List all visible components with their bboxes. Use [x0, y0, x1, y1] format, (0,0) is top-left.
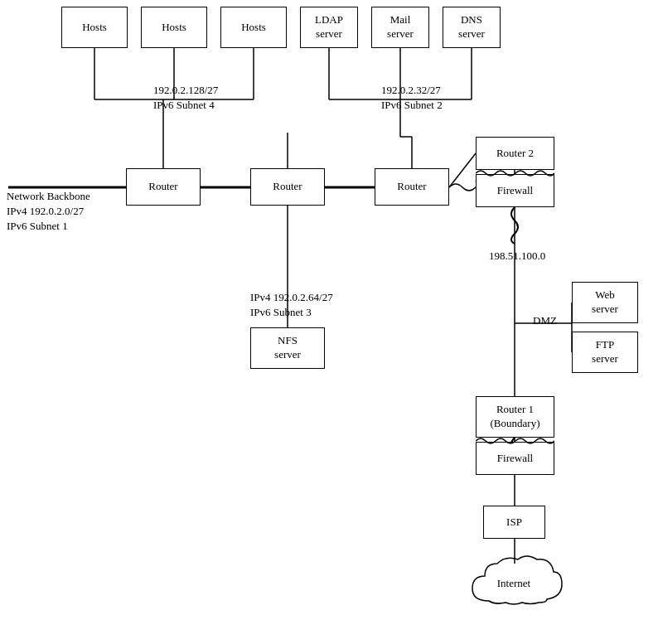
- router1-label: Router 1(Boundary): [491, 403, 540, 431]
- subnet4-label: 192.0.2.128/27IPv6 Subnet 4: [153, 83, 278, 113]
- router-left-box: Router: [126, 168, 201, 206]
- router-right-box: Router: [375, 168, 449, 206]
- router-mid-label: Router: [273, 180, 302, 194]
- firewall-top-box: Firewall: [476, 174, 554, 207]
- subnet2-label: 192.0.2.32/27IPv6 Subnet 2: [381, 83, 497, 113]
- router2-box: Router 2: [476, 137, 554, 170]
- firewall-bot-box: Firewall: [476, 442, 554, 475]
- ldap-box: LDAPserver: [300, 7, 358, 48]
- router-mid-box: Router: [250, 168, 325, 206]
- router2-label: Router 2: [496, 147, 534, 161]
- dmz-ip-label: 198.51.100.0: [489, 249, 572, 264]
- wavy-top: [476, 168, 554, 178]
- hosts1-label: Hosts: [82, 21, 107, 35]
- dns-label: DNSserver: [458, 13, 485, 41]
- ftp-label: FTPserver: [592, 338, 618, 366]
- subnet3-label: IPv4 192.0.2.64/27IPv6 Subnet 3: [250, 290, 383, 320]
- hosts1-box: Hosts: [61, 7, 128, 48]
- mail-box: Mailserver: [371, 7, 429, 48]
- wavy-bot: [476, 436, 554, 446]
- internet-label: Internet: [497, 577, 531, 589]
- mail-label: Mailserver: [387, 13, 414, 41]
- web-label: Webserver: [592, 288, 618, 317]
- hosts2-label: Hosts: [162, 21, 186, 35]
- router-left-label: Router: [148, 180, 177, 194]
- router-right-label: Router: [397, 180, 426, 194]
- ftp-box: FTPserver: [572, 332, 638, 373]
- dmz-label: DMZ: [533, 313, 570, 328]
- isp-label: ISP: [506, 516, 522, 530]
- ldap-label: LDAPserver: [315, 13, 343, 41]
- web-box: Webserver: [572, 282, 638, 323]
- dns-box: DNSserver: [443, 7, 501, 48]
- nfs-box: NFSserver: [250, 327, 325, 369]
- nfs-label: NFSserver: [274, 334, 301, 362]
- network-diagram: Hosts Hosts Hosts LDAPserver Mailserver …: [0, 0, 658, 644]
- hosts3-box: Hosts: [220, 7, 287, 48]
- svg-line-19: [449, 153, 476, 187]
- firewall-bot-label: Firewall: [497, 452, 533, 466]
- backbone-label: Network BackboneIPv4 192.0.2.0/27IPv6 Su…: [7, 189, 127, 235]
- hosts3-label: Hosts: [241, 21, 266, 35]
- isp-box: ISP: [483, 506, 545, 539]
- internet-cloud: Internet: [464, 551, 564, 617]
- firewall-top-label: Firewall: [497, 184, 533, 198]
- router1-box: Router 1(Boundary): [476, 396, 554, 438]
- hosts2-box: Hosts: [141, 7, 207, 48]
